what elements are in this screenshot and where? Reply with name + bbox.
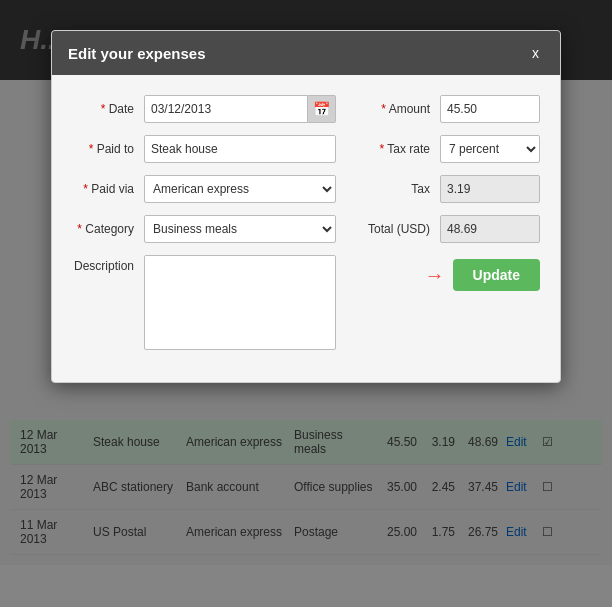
description-field-row: Description: [72, 255, 336, 350]
category-field-row: * Category Business meals Office supplie…: [72, 215, 336, 243]
edit-expenses-modal: Edit your expenses x * Date 📅: [51, 30, 561, 383]
arrow-right-icon: →: [425, 264, 445, 287]
modal-overlay: Edit your expenses x * Date 📅: [0, 0, 612, 607]
calendar-icon: 📅: [313, 101, 330, 117]
form-right-column: * Amount * Tax rate 7 percent 10 percent…: [356, 95, 540, 362]
paid-to-input[interactable]: [144, 135, 336, 163]
description-textarea[interactable]: [144, 255, 336, 350]
tax-rate-select[interactable]: 7 percent 10 percent 0 percent: [440, 135, 540, 163]
paid-via-label: * Paid via: [72, 182, 144, 196]
required-star: *: [89, 142, 94, 156]
modal-title: Edit your expenses: [68, 45, 206, 62]
update-row: → Update: [356, 259, 540, 291]
amount-field-row: * Amount: [356, 95, 540, 123]
tax-rate-field-row: * Tax rate 7 percent 10 percent 0 percen…: [356, 135, 540, 163]
tax-input: [440, 175, 540, 203]
category-select[interactable]: Business meals Office supplies Postage T…: [144, 215, 336, 243]
date-input[interactable]: [144, 95, 308, 123]
amount-label: * Amount: [381, 102, 440, 116]
paid-via-select[interactable]: American express Bank account Cash Credi…: [144, 175, 336, 203]
total-label: Total (USD): [368, 222, 440, 236]
description-label: Description: [72, 255, 144, 273]
required-star: *: [380, 142, 385, 156]
date-input-wrapper: 📅: [144, 95, 336, 123]
total-input: [440, 215, 540, 243]
form-left-column: * Date 📅 * Paid to: [72, 95, 336, 362]
required-star: *: [77, 222, 82, 236]
tax-field-row: Tax: [356, 175, 540, 203]
required-star: *: [83, 182, 88, 196]
modal-header: Edit your expenses x: [52, 31, 560, 75]
paid-to-label: * Paid to: [72, 142, 144, 156]
total-field-row: Total (USD): [356, 215, 540, 243]
modal-body: * Date 📅 * Paid to: [52, 75, 560, 382]
calendar-button[interactable]: 📅: [308, 95, 336, 123]
category-label: * Category: [72, 222, 144, 236]
tax-rate-label: * Tax rate: [380, 142, 440, 156]
update-button[interactable]: Update: [453, 259, 540, 291]
amount-input[interactable]: [440, 95, 540, 123]
paid-to-field-row: * Paid to: [72, 135, 336, 163]
date-field-row: * Date 📅: [72, 95, 336, 123]
required-star: *: [381, 102, 386, 116]
required-star: *: [101, 102, 106, 116]
paid-via-field-row: * Paid via American express Bank account…: [72, 175, 336, 203]
modal-close-button[interactable]: x: [527, 43, 544, 63]
tax-label: Tax: [411, 182, 440, 196]
date-label: * Date: [72, 102, 144, 116]
